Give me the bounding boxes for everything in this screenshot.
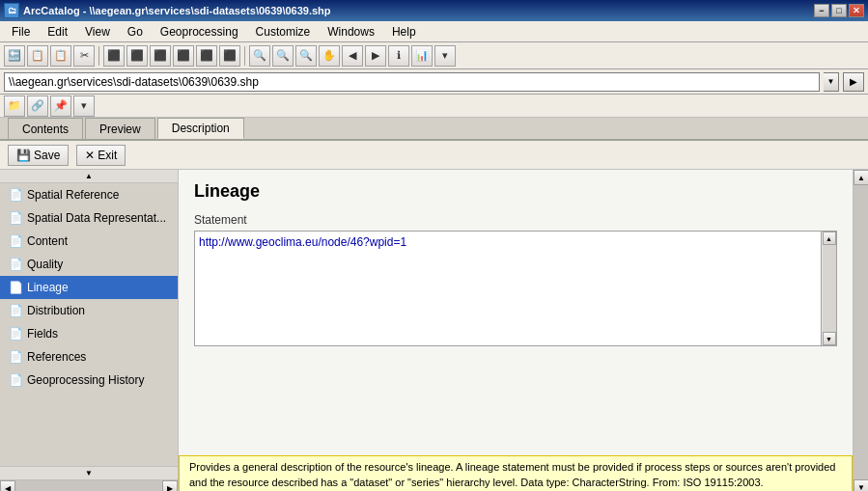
sidebar-item-quality[interactable]: 📄 Quality (0, 253, 178, 276)
sidebar-scroll-right[interactable]: ▶ (162, 480, 178, 491)
toolbar-btn-1[interactable]: 🔙 (4, 45, 25, 67)
menu-view[interactable]: View (77, 23, 118, 41)
sidebar-label-geoprocessing: Geoprocessing History (27, 373, 144, 387)
back-btn[interactable]: ◀ (342, 45, 363, 67)
zoom-in-btn[interactable]: 🔍 (272, 45, 294, 67)
right-scroll-track (854, 185, 868, 479)
toolbar-btn-4[interactable]: ✂ (73, 45, 95, 67)
info-btn[interactable]: ℹ (388, 45, 409, 67)
toolbar-btn-5[interactable]: ⬛ (103, 45, 125, 67)
menu-geoprocessing[interactable]: Geoprocessing (153, 23, 246, 41)
tab-preview[interactable]: Preview (85, 118, 155, 139)
menu-bar: File Edit View Go Geoprocessing Customiz… (0, 21, 868, 42)
statement-scroll-up[interactable]: ▲ (823, 232, 836, 245)
toolbar-btn-8[interactable]: ⬛ (173, 45, 194, 67)
tab-description[interactable]: Description (157, 118, 244, 139)
statement-label: Statement (194, 213, 837, 227)
expand-btn[interactable]: ▾ (434, 45, 456, 67)
title-bar: 🗂 ArcCatalog - \\aegean.gr\services\sdi-… (0, 0, 868, 21)
sidebar-h-track (15, 480, 162, 491)
minimize-button[interactable]: − (814, 4, 829, 17)
exit-label: Exit (98, 149, 117, 162)
sidebar-label-fields: Fields (27, 327, 58, 341)
folder-btn-1[interactable]: 📁 (4, 95, 25, 117)
forward-btn[interactable]: ▶ (365, 45, 386, 67)
lineage-title: Lineage (194, 181, 837, 202)
statement-box: http://www.geoclima.eu/node/46?wpid=1 ▲ … (194, 231, 837, 346)
zoom-out-btn[interactable]: 🔍 (295, 45, 317, 67)
sidebar-item-spatial-data[interactable]: 📄 Spatial Data Representat... (0, 206, 178, 230)
sidebar-h-scrollbar: ◀ ▶ (0, 479, 178, 491)
folder-btn-3[interactable]: 📌 (50, 95, 71, 117)
pan-btn[interactable]: ✋ (319, 45, 340, 67)
sidebar-item-geoprocessing[interactable]: 📄 Geoprocessing History (0, 368, 178, 392)
sidebar-icon-distribution: 📄 (8, 303, 23, 318)
sidebar-scroll-up[interactable]: ▲ (0, 170, 178, 183)
statement-value: http://www.geoclima.eu/node/46?wpid=1 (199, 235, 832, 249)
title-bar-left: 🗂 ArcCatalog - \\aegean.gr\services\sdi-… (4, 3, 331, 18)
title-bar-buttons: − □ ✕ (814, 4, 864, 17)
right-scroll-up[interactable]: ▲ (854, 170, 868, 185)
menu-edit[interactable]: Edit (40, 23, 75, 41)
title-bar-text: ArcCatalog - \\aegean.gr\services\sdi-da… (23, 5, 331, 16)
sidebar-scroll-down[interactable]: ▼ (0, 466, 178, 479)
right-panel-scrollbar: ▲ ▼ (853, 170, 868, 491)
maximize-button[interactable]: □ (831, 4, 847, 17)
sidebar-item-distribution[interactable]: 📄 Distribution (0, 299, 178, 322)
menu-help[interactable]: Help (384, 23, 424, 41)
toolbar-btn-10[interactable]: ⬛ (219, 45, 240, 67)
desc-toolbar: 💾 Save ✕ Exit (0, 141, 868, 170)
content-area: ▲ 📄 Spatial Reference 📄 Spatial Data Rep… (0, 170, 868, 491)
menu-windows[interactable]: Windows (320, 23, 382, 41)
main-toolbar: 🔙 📋 📋 ✂ ⬛ ⬛ ⬛ ⬛ ⬛ ⬛ 🔍 🔍 🔍 ✋ ◀ ▶ ℹ 📊 ▾ (0, 42, 868, 69)
save-label: Save (34, 149, 60, 162)
toolbar-btn-6[interactable]: ⬛ (126, 45, 148, 67)
toolbar-separator-1 (98, 46, 99, 66)
statement-scroll-track (823, 245, 836, 332)
toolbar-btn-2[interactable]: 📋 (27, 45, 48, 67)
exit-button[interactable]: ✕ Exit (76, 145, 126, 166)
toolbar-separator-2 (244, 46, 245, 66)
menu-file[interactable]: File (4, 23, 38, 41)
right-scroll-down[interactable]: ▼ (854, 479, 868, 491)
info-bar: Provides a general description of the re… (179, 455, 853, 491)
sidebar-item-fields[interactable]: 📄 Fields (0, 322, 178, 345)
sidebar-label-content: Content (27, 234, 68, 248)
menu-customize[interactable]: Customize (248, 23, 319, 41)
sidebar-icon-lineage: 📄 (8, 280, 23, 295)
toolbar-btn-3[interactable]: 📋 (50, 45, 71, 67)
close-button[interactable]: ✕ (849, 4, 864, 17)
exit-icon: ✕ (85, 149, 95, 162)
address-input[interactable] (4, 72, 820, 92)
sidebar-scroll-left[interactable]: ◀ (0, 480, 15, 491)
sidebar-label-quality: Quality (27, 258, 63, 271)
toolbar-btn-7[interactable]: ⬛ (150, 45, 171, 67)
main-wrapper: 💾 Save ✕ Exit ▲ 📄 Spatial Reference 📄 Sp… (0, 141, 868, 491)
sidebar-label-lineage: Lineage (27, 281, 69, 294)
sidebar: ▲ 📄 Spatial Reference 📄 Spatial Data Rep… (0, 170, 179, 491)
menu-go[interactable]: Go (120, 23, 151, 41)
sidebar-icon-references: 📄 (8, 349, 23, 365)
sidebar-label-spatial-reference: Spatial Reference (27, 188, 119, 202)
save-button[interactable]: 💾 Save (8, 145, 69, 166)
folder-btn-2[interactable]: 🔗 (27, 95, 48, 117)
statement-scroll-down[interactable]: ▼ (823, 332, 836, 345)
address-dropdown-btn[interactable]: ▼ (824, 72, 839, 92)
extra-btn[interactable]: 📊 (411, 45, 433, 67)
app-icon: 🗂 (4, 3, 19, 18)
sidebar-icon-content: 📄 (8, 233, 23, 249)
address-go-btn[interactable]: ▶ (843, 72, 864, 92)
toolbar-btn-9[interactable]: ⬛ (196, 45, 217, 67)
search-btn[interactable]: 🔍 (249, 45, 270, 67)
sidebar-item-spatial-reference[interactable]: 📄 Spatial Reference (0, 183, 178, 206)
tab-contents[interactable]: Contents (8, 118, 83, 139)
sidebar-icon-geoprocessing: 📄 (8, 372, 23, 388)
sidebar-item-lineage[interactable]: 📄 Lineage (0, 276, 178, 299)
sidebar-item-references[interactable]: 📄 References (0, 345, 178, 368)
folder-btn-4[interactable]: ▾ (73, 95, 95, 117)
sidebar-items: 📄 Spatial Reference 📄 Spatial Data Repre… (0, 183, 178, 466)
address-bar: ▼ ▶ (0, 69, 868, 95)
save-icon: 💾 (16, 149, 31, 162)
sidebar-item-content[interactable]: 📄 Content (0, 230, 178, 253)
sidebar-icon-spatial-reference: 📄 (8, 187, 23, 203)
